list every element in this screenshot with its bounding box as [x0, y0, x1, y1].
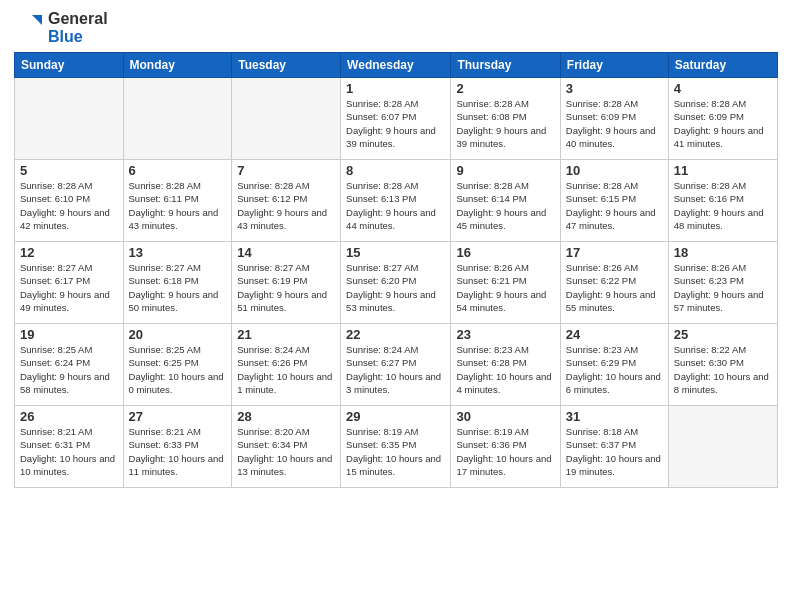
- day-header-monday: Monday: [123, 53, 232, 78]
- calendar-cell: 17Sunrise: 8:26 AM Sunset: 6:22 PM Dayli…: [560, 242, 668, 324]
- day-info: Sunrise: 8:21 AM Sunset: 6:31 PM Dayligh…: [20, 425, 118, 478]
- calendar-cell: 18Sunrise: 8:26 AM Sunset: 6:23 PM Dayli…: [668, 242, 777, 324]
- calendar-cell: 1Sunrise: 8:28 AM Sunset: 6:07 PM Daylig…: [341, 78, 451, 160]
- calendar-cell: 6Sunrise: 8:28 AM Sunset: 6:11 PM Daylig…: [123, 160, 232, 242]
- day-info: Sunrise: 8:28 AM Sunset: 6:08 PM Dayligh…: [456, 97, 554, 150]
- day-info: Sunrise: 8:25 AM Sunset: 6:24 PM Dayligh…: [20, 343, 118, 396]
- page: General Blue SundayMondayTuesdayWednesda…: [0, 0, 792, 612]
- calendar-cell: 19Sunrise: 8:25 AM Sunset: 6:24 PM Dayli…: [15, 324, 124, 406]
- day-info: Sunrise: 8:24 AM Sunset: 6:26 PM Dayligh…: [237, 343, 335, 396]
- calendar-cell: 31Sunrise: 8:18 AM Sunset: 6:37 PM Dayli…: [560, 406, 668, 488]
- calendar-cell: 7Sunrise: 8:28 AM Sunset: 6:12 PM Daylig…: [232, 160, 341, 242]
- day-info: Sunrise: 8:28 AM Sunset: 6:14 PM Dayligh…: [456, 179, 554, 232]
- calendar-table: SundayMondayTuesdayWednesdayThursdayFrid…: [14, 52, 778, 488]
- day-info: Sunrise: 8:23 AM Sunset: 6:29 PM Dayligh…: [566, 343, 663, 396]
- calendar-cell: 22Sunrise: 8:24 AM Sunset: 6:27 PM Dayli…: [341, 324, 451, 406]
- calendar-cell: 21Sunrise: 8:24 AM Sunset: 6:26 PM Dayli…: [232, 324, 341, 406]
- day-number: 11: [674, 163, 772, 178]
- day-info: Sunrise: 8:28 AM Sunset: 6:16 PM Dayligh…: [674, 179, 772, 232]
- week-row-3: 19Sunrise: 8:25 AM Sunset: 6:24 PM Dayli…: [15, 324, 778, 406]
- calendar-cell: 29Sunrise: 8:19 AM Sunset: 6:35 PM Dayli…: [341, 406, 451, 488]
- calendar-cell: [668, 406, 777, 488]
- day-number: 22: [346, 327, 445, 342]
- day-header-wednesday: Wednesday: [341, 53, 451, 78]
- calendar-cell: [232, 78, 341, 160]
- day-number: 9: [456, 163, 554, 178]
- calendar-cell: 10Sunrise: 8:28 AM Sunset: 6:15 PM Dayli…: [560, 160, 668, 242]
- day-info: Sunrise: 8:25 AM Sunset: 6:25 PM Dayligh…: [129, 343, 227, 396]
- day-number: 18: [674, 245, 772, 260]
- day-info: Sunrise: 8:18 AM Sunset: 6:37 PM Dayligh…: [566, 425, 663, 478]
- day-info: Sunrise: 8:19 AM Sunset: 6:36 PM Dayligh…: [456, 425, 554, 478]
- day-number: 7: [237, 163, 335, 178]
- header: General Blue: [14, 10, 778, 46]
- day-info: Sunrise: 8:28 AM Sunset: 6:11 PM Dayligh…: [129, 179, 227, 232]
- calendar-cell: 8Sunrise: 8:28 AM Sunset: 6:13 PM Daylig…: [341, 160, 451, 242]
- calendar-cell: 23Sunrise: 8:23 AM Sunset: 6:28 PM Dayli…: [451, 324, 560, 406]
- day-number: 19: [20, 327, 118, 342]
- calendar-cell: 24Sunrise: 8:23 AM Sunset: 6:29 PM Dayli…: [560, 324, 668, 406]
- logo-svg: [14, 13, 44, 43]
- day-info: Sunrise: 8:21 AM Sunset: 6:33 PM Dayligh…: [129, 425, 227, 478]
- logo-general: General: [48, 10, 108, 28]
- calendar-cell: 30Sunrise: 8:19 AM Sunset: 6:36 PM Dayli…: [451, 406, 560, 488]
- day-info: Sunrise: 8:28 AM Sunset: 6:13 PM Dayligh…: [346, 179, 445, 232]
- day-number: 30: [456, 409, 554, 424]
- calendar-cell: 2Sunrise: 8:28 AM Sunset: 6:08 PM Daylig…: [451, 78, 560, 160]
- calendar-cell: 5Sunrise: 8:28 AM Sunset: 6:10 PM Daylig…: [15, 160, 124, 242]
- day-number: 1: [346, 81, 445, 96]
- calendar-cell: 15Sunrise: 8:27 AM Sunset: 6:20 PM Dayli…: [341, 242, 451, 324]
- day-info: Sunrise: 8:28 AM Sunset: 6:09 PM Dayligh…: [566, 97, 663, 150]
- day-info: Sunrise: 8:28 AM Sunset: 6:07 PM Dayligh…: [346, 97, 445, 150]
- day-info: Sunrise: 8:28 AM Sunset: 6:15 PM Dayligh…: [566, 179, 663, 232]
- week-row-2: 12Sunrise: 8:27 AM Sunset: 6:17 PM Dayli…: [15, 242, 778, 324]
- day-number: 8: [346, 163, 445, 178]
- day-number: 6: [129, 163, 227, 178]
- calendar-cell: 4Sunrise: 8:28 AM Sunset: 6:09 PM Daylig…: [668, 78, 777, 160]
- logo-blue: Blue: [48, 28, 108, 46]
- day-info: Sunrise: 8:27 AM Sunset: 6:18 PM Dayligh…: [129, 261, 227, 314]
- day-number: 16: [456, 245, 554, 260]
- day-number: 4: [674, 81, 772, 96]
- calendar-cell: 3Sunrise: 8:28 AM Sunset: 6:09 PM Daylig…: [560, 78, 668, 160]
- day-header-friday: Friday: [560, 53, 668, 78]
- day-number: 2: [456, 81, 554, 96]
- day-info: Sunrise: 8:28 AM Sunset: 6:09 PM Dayligh…: [674, 97, 772, 150]
- day-number: 15: [346, 245, 445, 260]
- calendar-cell: 13Sunrise: 8:27 AM Sunset: 6:18 PM Dayli…: [123, 242, 232, 324]
- day-number: 10: [566, 163, 663, 178]
- day-info: Sunrise: 8:19 AM Sunset: 6:35 PM Dayligh…: [346, 425, 445, 478]
- day-number: 21: [237, 327, 335, 342]
- day-info: Sunrise: 8:26 AM Sunset: 6:22 PM Dayligh…: [566, 261, 663, 314]
- day-number: 29: [346, 409, 445, 424]
- day-number: 27: [129, 409, 227, 424]
- calendar-header-row: SundayMondayTuesdayWednesdayThursdayFrid…: [15, 53, 778, 78]
- day-number: 3: [566, 81, 663, 96]
- day-number: 26: [20, 409, 118, 424]
- logo: General Blue: [14, 10, 108, 46]
- day-info: Sunrise: 8:27 AM Sunset: 6:17 PM Dayligh…: [20, 261, 118, 314]
- day-number: 5: [20, 163, 118, 178]
- day-number: 25: [674, 327, 772, 342]
- day-header-thursday: Thursday: [451, 53, 560, 78]
- svg-marker-0: [32, 15, 42, 25]
- day-number: 20: [129, 327, 227, 342]
- day-header-sunday: Sunday: [15, 53, 124, 78]
- calendar-cell: 11Sunrise: 8:28 AM Sunset: 6:16 PM Dayli…: [668, 160, 777, 242]
- day-info: Sunrise: 8:27 AM Sunset: 6:19 PM Dayligh…: [237, 261, 335, 314]
- day-number: 12: [20, 245, 118, 260]
- day-info: Sunrise: 8:20 AM Sunset: 6:34 PM Dayligh…: [237, 425, 335, 478]
- week-row-0: 1Sunrise: 8:28 AM Sunset: 6:07 PM Daylig…: [15, 78, 778, 160]
- calendar-cell: 25Sunrise: 8:22 AM Sunset: 6:30 PM Dayli…: [668, 324, 777, 406]
- calendar-cell: [15, 78, 124, 160]
- day-info: Sunrise: 8:22 AM Sunset: 6:30 PM Dayligh…: [674, 343, 772, 396]
- day-number: 28: [237, 409, 335, 424]
- week-row-4: 26Sunrise: 8:21 AM Sunset: 6:31 PM Dayli…: [15, 406, 778, 488]
- day-info: Sunrise: 8:26 AM Sunset: 6:23 PM Dayligh…: [674, 261, 772, 314]
- day-info: Sunrise: 8:26 AM Sunset: 6:21 PM Dayligh…: [456, 261, 554, 314]
- day-number: 17: [566, 245, 663, 260]
- calendar-cell: 28Sunrise: 8:20 AM Sunset: 6:34 PM Dayli…: [232, 406, 341, 488]
- day-number: 13: [129, 245, 227, 260]
- calendar-cell: 16Sunrise: 8:26 AM Sunset: 6:21 PM Dayli…: [451, 242, 560, 324]
- day-number: 24: [566, 327, 663, 342]
